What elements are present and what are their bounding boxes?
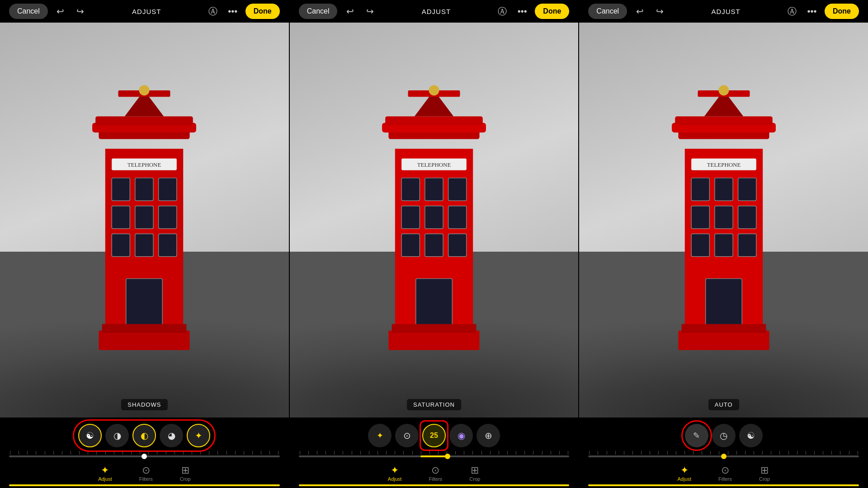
tab-crop-2[interactable]: ⊞ Crop [469,465,480,482]
redo-icon-2[interactable]: ↪ [363,4,377,19]
wand-icon-3[interactable]: ✎ [685,424,708,447]
tab-crop-3[interactable]: ⊞ Crop [759,465,770,482]
more-icon-1[interactable]: ••• [226,4,240,19]
top-bar-1: Cancel ↩ ↪ ADJUST Ⓐ ••• Done [0,0,289,23]
contrast-icon-1[interactable]: ◑ [105,424,129,447]
slider-thumb-1[interactable] [142,454,147,459]
undo-icon-3[interactable]: ↩ [632,4,647,19]
tab-adjust-1[interactable]: ✦ Adjust [98,465,112,482]
slider-track-1[interactable] [9,455,280,457]
brightness-icon-2[interactable]: ✦ [368,424,392,447]
svg-rect-16 [112,234,130,256]
brightness-icon-1[interactable]: ✦ [187,424,210,447]
image-area-2: TELEPHONE SATURATION [290,23,579,418]
filters-tab-icon-2: ⊙ [431,465,439,475]
tab-crop-1[interactable]: ⊞ Crop [180,465,191,482]
crop-tab-icon-1: ⊞ [181,465,189,475]
yinyang-icon-3[interactable]: ☯ [739,424,763,447]
svg-rect-10 [112,178,130,201]
svg-rect-37 [401,234,420,256]
done-button-2[interactable]: Done [535,4,569,19]
svg-rect-46 [675,116,773,125]
redo-icon-3[interactable]: ↪ [652,4,667,19]
bottom-line-2 [299,484,570,486]
circle-half-icon-1[interactable]: ◐ [132,424,156,447]
saturation-value-2[interactable]: 25 [422,424,446,447]
done-button-1[interactable]: Done [245,4,280,19]
svg-text:TELEPHONE: TELEPHONE [707,161,741,168]
cancel-button-1[interactable]: Cancel [9,4,48,19]
shadows-icon-1[interactable]: ☯ [78,424,102,447]
colorwheel-icon-2[interactable]: ◉ [449,424,473,447]
crop-tab-label-1: Crop [180,476,191,482]
filters-tab-label-1: Filters [139,476,153,482]
svg-text:TELEPHONE: TELEPHONE [417,161,451,168]
svg-rect-13 [112,206,130,228]
filters-tab-icon-3: ⊙ [721,465,729,475]
adjust-tab-label-1: Adjust [98,476,112,482]
svg-rect-20 [102,324,187,333]
icon-row-3: ✎ ◷ ☯ [579,422,868,449]
adjust-tab-icon-3: ✦ [680,465,689,475]
auto-icon-2[interactable]: Ⓐ [495,4,509,19]
svg-rect-58 [691,234,709,256]
panel-3: Cancel ↩ ↪ ADJUST Ⓐ ••• Done [579,0,868,488]
svg-rect-55 [691,206,709,228]
svg-rect-36 [448,206,467,228]
svg-point-28 [429,85,439,95]
slider-row-3 [579,449,868,463]
adjust-label-2: ADJUST [422,8,451,15]
temp-icon-2[interactable]: ⊕ [476,424,500,447]
undo-icon-2[interactable]: ↩ [343,4,357,19]
svg-rect-56 [715,206,733,228]
crop-tab-icon-3: ⊞ [760,465,769,475]
auto-icon-1[interactable]: Ⓐ [206,4,220,19]
tab-row-2: ✦ Adjust ⊙ Filters ⊞ Crop [290,463,579,483]
done-button-3[interactable]: Done [825,4,859,19]
tab-adjust-3[interactable]: ✦ Adjust [677,465,691,482]
tab-filters-2[interactable]: ⊙ Filters [429,465,442,482]
crop-tab-icon-2: ⊞ [471,465,479,475]
redo-icon-1[interactable]: ↪ [73,4,88,19]
svg-rect-4 [96,116,193,125]
tab-filters-3[interactable]: ⊙ Filters [718,465,732,482]
slider-thumb-3[interactable] [721,454,726,459]
clock-icon-3[interactable]: ◷ [712,424,736,447]
tab-filters-1[interactable]: ⊙ Filters [139,465,153,482]
cancel-button-2[interactable]: Cancel [299,4,338,19]
slider-thumb-2[interactable] [445,454,450,459]
top-bar-3: Cancel ↩ ↪ ADJUST Ⓐ ••• Done [579,0,868,23]
tab-adjust-2[interactable]: ✦ Adjust [388,465,402,482]
svg-rect-52 [691,178,709,201]
more-icon-2[interactable]: ••• [515,4,529,19]
auto-icon-3[interactable]: Ⓐ [785,4,799,19]
svg-rect-25 [385,116,483,125]
cancel-button-3[interactable]: Cancel [588,4,627,19]
slider-track-2[interactable] [299,455,570,457]
svg-rect-41 [392,324,476,333]
svg-rect-40 [416,278,452,330]
adjust-tab-label-2: Adjust [388,476,402,482]
svg-rect-59 [715,234,733,256]
svg-point-7 [139,85,150,95]
filters-tab-label-2: Filters [429,476,442,482]
adjust-tab-icon-1: ✦ [101,465,109,475]
image-area-1: TELEPHONE [0,23,289,418]
svg-rect-62 [681,324,766,333]
moon-icon-1[interactable]: ◕ [160,424,183,447]
bottom-controls-1: ☯ ◑ ◐ ◕ ✦ ✦ [0,418,289,488]
record-icon-2[interactable]: ⊙ [395,424,419,447]
bottom-controls-2: ✦ ⊙ 25 ◉ ⊕ [290,418,579,488]
phonebox-2: TELEPHONE [369,42,499,398]
undo-icon-1[interactable]: ↩ [53,4,68,19]
icon-row-1: ☯ ◑ ◐ ◕ ✦ [0,422,289,449]
photo-2: TELEPHONE [290,23,579,418]
phonebox-svg-3: TELEPHONE [659,42,788,398]
slider-track-3[interactable] [588,455,859,457]
svg-rect-39 [448,234,467,256]
photo-1: TELEPHONE [0,23,289,418]
svg-rect-57 [738,206,756,228]
more-icon-3[interactable]: ••• [805,4,819,19]
phonebox-svg-1: TELEPHONE [80,42,209,398]
svg-rect-32 [425,178,443,201]
